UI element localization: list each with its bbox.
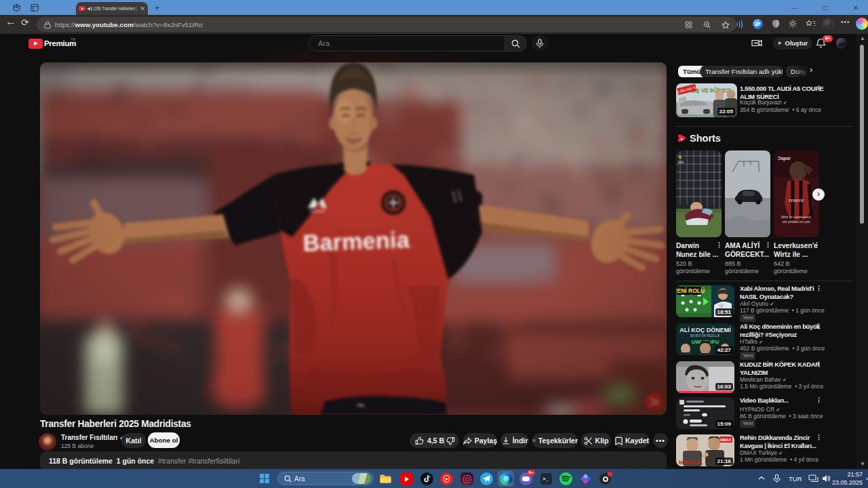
svg-text:DMAX: DMAX: [720, 438, 732, 442]
svg-text:söz yeniden nın yolu: söz yeniden nın yolu: [782, 220, 810, 224]
svg-text:ALİ KOÇ DÖNEMİ: ALİ KOÇ DÖNEMİ: [679, 327, 731, 333]
svg-text:YENİ ROLÜ: YENİ ROLÜ: [676, 287, 705, 294]
svg-text:EN BÜYÜK REZİLLİK: EN BÜYÜK REZİLLİK: [690, 333, 720, 338]
svg-text:Ɔspor: Ɔspor: [778, 156, 791, 161]
svg-text:Wirtz ile Leverkusen'e: Wirtz ile Leverkusen'e: [781, 216, 811, 219]
svg-text:bilic: bilic: [678, 160, 684, 164]
svg-text:İKİNCİ EL: İKİNCİ EL: [679, 460, 704, 466]
svg-text:rmeni: rmeni: [789, 197, 804, 203]
svg-text:k: k: [679, 155, 682, 159]
